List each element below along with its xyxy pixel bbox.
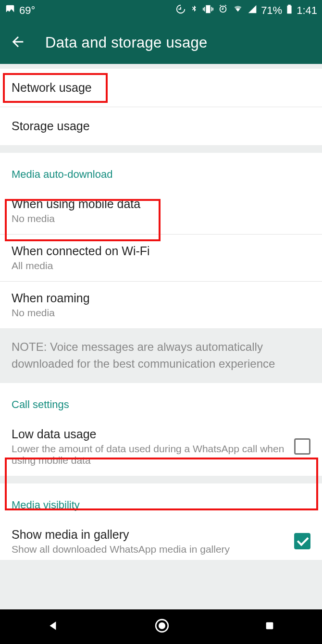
svg-rect-3	[266, 622, 273, 630]
nav-recent-button[interactable]	[264, 620, 275, 633]
row-title: When using mobile data	[12, 197, 310, 211]
media-download-note: NOTE: Voice messages are always automati…	[0, 328, 322, 383]
status-temperature: 69°	[19, 4, 35, 17]
vibrate-icon	[202, 4, 214, 17]
row-label: Network usage	[12, 81, 310, 95]
row-subtitle: No media	[12, 307, 310, 319]
nav-bar	[0, 609, 322, 644]
row-title: Show media in gallery	[12, 528, 286, 542]
row-subtitle: All media	[12, 260, 310, 272]
battery-icon	[286, 4, 293, 17]
status-bar: 69° 71% 1:41	[0, 0, 322, 21]
wifi-icon	[232, 4, 244, 17]
update-icon	[175, 4, 186, 17]
section-header-call-settings: Call settings	[0, 383, 322, 418]
bluetooth-icon	[190, 4, 198, 17]
section-header-media-auto-download: Media auto-download	[0, 153, 322, 187]
app-bar: Data and storage usage	[0, 21, 322, 64]
show-media-checkbox[interactable]	[294, 533, 310, 549]
section-header-media-visibility: Media visibility	[0, 483, 322, 518]
status-battery-text: 71%	[261, 4, 282, 17]
row-subtitle: No media	[12, 213, 310, 224]
row-title: When connected on Wi-Fi	[12, 244, 310, 258]
row-title: When roaming	[12, 291, 310, 305]
nav-home-button[interactable]	[154, 618, 170, 636]
row-subtitle: Lower the amount of data used during a W…	[12, 443, 286, 466]
row-low-data-usage[interactable]: Low data usage Lower the amount of data …	[0, 418, 322, 476]
nav-back-button[interactable]	[47, 619, 60, 634]
signal-icon	[248, 4, 257, 17]
row-roaming[interactable]: When roaming No media	[0, 282, 322, 328]
back-button[interactable]	[10, 34, 26, 52]
weather-icon	[5, 4, 15, 17]
low-data-checkbox[interactable]	[294, 438, 310, 455]
alarm-icon	[218, 4, 228, 17]
row-wifi[interactable]: When connected on Wi-Fi All media	[0, 235, 322, 282]
row-mobile-data[interactable]: When using mobile data No media	[0, 187, 322, 235]
status-time: 1:41	[297, 4, 317, 17]
page-title: Data and storage usage	[45, 34, 208, 51]
row-label: Storage usage	[12, 119, 310, 133]
row-title: Low data usage	[12, 427, 286, 441]
row-network-usage[interactable]: Network usage	[0, 69, 322, 107]
row-storage-usage[interactable]: Storage usage	[0, 107, 322, 145]
row-subtitle: Show all downloaded WhatsApp media in ga…	[12, 544, 286, 555]
row-show-media-gallery[interactable]: Show media in gallery Show all downloade…	[0, 518, 322, 558]
svg-rect-0	[288, 7, 291, 13]
svg-point-2	[159, 622, 165, 629]
